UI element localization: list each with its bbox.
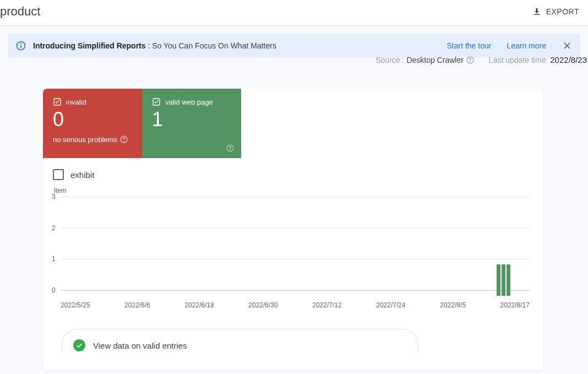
svg-point-4 <box>470 62 471 62</box>
exhibit-checkbox[interactable] <box>53 169 64 180</box>
checkbox-checked-icon <box>152 97 161 106</box>
stat-invalid-sub: no serious problems <box>53 135 117 144</box>
ytick: 3 <box>52 193 56 200</box>
stat-invalid[interactable]: invalid 0 no serious problems <box>43 89 142 158</box>
stats-row: invalid 0 no serious problems valid web … <box>43 89 543 158</box>
xtick: 2022/8/5 <box>440 301 466 309</box>
xtick: 2022/5/25 <box>61 301 90 309</box>
update-label: Last update time: <box>489 56 548 64</box>
ytick: 0 <box>52 286 56 294</box>
export-label: EXPORT <box>546 7 579 16</box>
banner-text: Introducing Simplified Reports : So You … <box>33 41 431 50</box>
valid-entries-label: View data on valid entries <box>93 341 187 350</box>
xtick: 2022/8/17 <box>500 301 530 309</box>
valid-entries-card[interactable]: View data on valid entries <box>62 329 418 354</box>
banner-bold: Introducing Simplified Reports <box>33 41 146 50</box>
stat-valid-label: valid web page <box>165 98 213 106</box>
gridline <box>61 259 530 259</box>
page-title: product <box>0 4 40 19</box>
chart-xticks: 2022/5/252022/6/62022/6/182022/6/302022/… <box>61 296 530 309</box>
start-tour-link[interactable]: Start the tour <box>447 41 491 50</box>
svg-point-10 <box>230 150 231 150</box>
update-value: 2022/8/23 <box>550 55 587 64</box>
stat-invalid-count: 0 <box>53 110 132 129</box>
chart-ylabel: item <box>52 187 534 194</box>
xtick: 2022/6/6 <box>124 301 150 309</box>
exhibit-row: exhibit <box>43 158 543 187</box>
source-label: Source : <box>375 56 404 64</box>
xtick: 2022/6/18 <box>184 301 214 309</box>
stat-valid[interactable]: valid web page 1 <box>142 89 241 158</box>
export-button[interactable]: EXPORT <box>532 7 579 17</box>
ytick: 1 <box>52 255 56 263</box>
xtick: 2022/7/24 <box>376 301 405 309</box>
xtick: 2022/7/12 <box>312 301 341 309</box>
meta-row: Source : Desktop Crawler Last update tim… <box>375 55 588 64</box>
help-icon[interactable] <box>466 56 475 64</box>
chart-bar <box>497 264 500 296</box>
learn-more-link[interactable]: Learn more <box>507 41 546 50</box>
check-circle-icon <box>73 339 85 351</box>
gridline <box>61 290 530 291</box>
gridline <box>61 197 530 197</box>
header: product EXPORT <box>0 0 588 26</box>
help-icon[interactable] <box>119 135 128 144</box>
help-icon[interactable] <box>226 144 235 153</box>
banner-rest: : So You Can Focus On What Matters <box>146 41 276 50</box>
checkbox-checked-icon <box>53 97 62 106</box>
chart-bar <box>507 264 510 296</box>
exhibit-label: exhibit <box>70 170 94 180</box>
download-icon <box>532 7 542 17</box>
chart: item 0123 2022/5/252022/6/62022/6/182022… <box>43 187 543 309</box>
chart-bar <box>502 264 505 296</box>
stat-valid-count: 1 <box>152 110 231 129</box>
svg-point-2 <box>21 44 21 44</box>
source-value: Desktop Crawler <box>406 56 463 64</box>
xtick: 2022/6/30 <box>248 301 277 309</box>
report-card: invalid 0 no serious problems valid web … <box>43 89 543 370</box>
info-banner: Introducing Simplified Reports : So You … <box>8 34 580 58</box>
svg-point-7 <box>124 141 124 142</box>
close-icon[interactable] <box>562 40 573 51</box>
info-icon <box>15 40 26 51</box>
stat-invalid-label: invalid <box>66 98 86 106</box>
ytick: 2 <box>52 224 56 232</box>
chart-plot: 0123 <box>61 197 530 296</box>
gridline <box>61 228 530 229</box>
